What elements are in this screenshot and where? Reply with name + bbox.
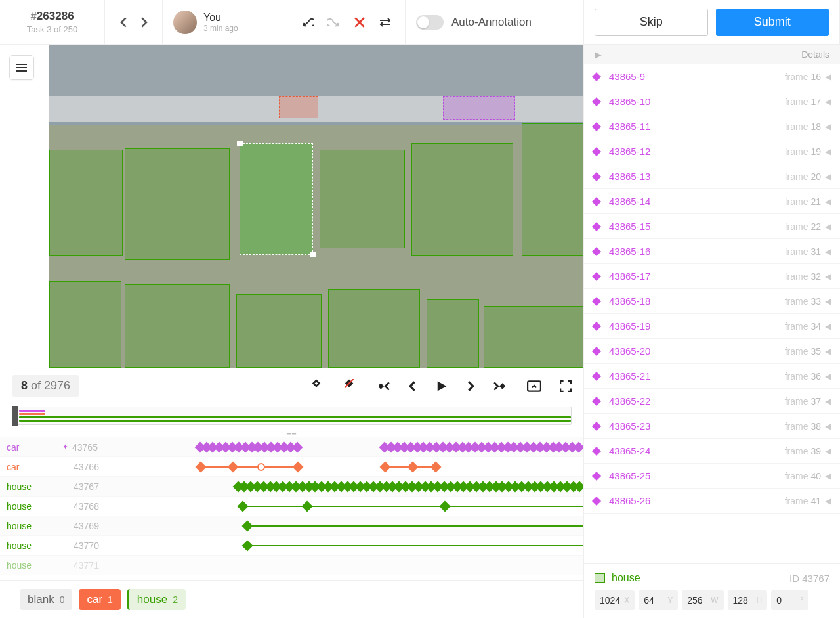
caret-left-icon[interactable]: ◀ [825,72,831,81]
caret-left-icon[interactable]: ◀ [825,272,831,281]
bbox-house[interactable] [236,294,322,368]
timeline-overview[interactable] [12,407,572,425]
bbox-house[interactable] [328,289,420,368]
caret-left-icon[interactable]: ◀ [825,422,831,431]
panel-resize-handle[interactable]: ━━ [0,430,583,437]
play-button[interactable] [435,380,448,393]
bbox-house[interactable] [484,306,583,368]
add-keyframe-button[interactable] [309,379,324,393]
region-item[interactable]: 43865-14frame 21◀ [584,189,840,214]
bbox-house[interactable] [427,299,479,368]
caret-left-icon[interactable]: ◀ [825,172,831,181]
caret-left-icon[interactable]: ◀ [825,147,831,156]
user-avatar[interactable] [173,11,197,34]
r-input[interactable]: 0° [771,590,808,610]
track-row[interactable]: house 43767 [0,477,583,497]
region-item[interactable]: 43865-24frame 39◀ [584,439,840,464]
track-lane[interactable]: p:17-38,57-100 [121,437,583,456]
caret-left-icon[interactable]: ◀ [825,97,831,106]
timeline-playhead[interactable] [12,406,18,426]
region-item[interactable]: 43865-18frame 33◀ [584,289,840,314]
region-item[interactable]: 43865-22frame 37◀ [584,389,840,414]
caret-left-icon[interactable]: ◀ [825,372,831,381]
chip-house[interactable]: house2 [127,589,186,610]
expand-icon[interactable]: ▶ [595,49,602,60]
caret-left-icon[interactable]: ◀ [825,247,831,256]
selection-label: house [612,572,783,584]
region-item[interactable]: 43865-16frame 31◀ [584,239,840,264]
region-item[interactable]: 43865-11frame 18◀ [584,114,840,139]
submit-button[interactable]: Submit [716,9,829,36]
caret-left-icon[interactable]: ◀ [825,347,831,356]
region-item[interactable]: 43865-25frame 40◀ [584,464,840,489]
next-task-button[interactable] [140,17,148,28]
last-frame-button[interactable] [493,381,505,391]
frame-counter[interactable]: 8 of 2976 [12,375,79,397]
caret-left-icon[interactable]: ◀ [825,447,831,456]
w-input[interactable]: 256W [682,590,723,610]
track-lane[interactable] [123,516,583,535]
region-item[interactable]: 43865-17frame 32◀ [584,264,840,289]
track-lane[interactable] [123,497,583,516]
prev-task-button[interactable] [120,17,128,28]
track-row[interactable]: car ✦ 43765 p:17-38,57-100 [0,437,583,457]
caret-left-icon[interactable]: ◀ [825,122,831,131]
caret-left-icon[interactable]: ◀ [825,297,831,306]
bbox-car-1[interactable] [279,96,318,118]
menu-button[interactable] [9,55,34,80]
caret-left-icon[interactable]: ◀ [825,222,831,231]
track-row[interactable]: house 43770 [0,536,583,556]
annotation-canvas[interactable] [0,45,583,368]
region-item[interactable]: 43865-13frame 20◀ [584,164,840,189]
undo-button[interactable] [301,16,314,29]
region-item[interactable]: 43865-10frame 17◀ [584,89,840,114]
bbox-house[interactable] [125,148,230,260]
region-item[interactable]: 43865-21frame 36◀ [584,364,840,389]
track-row[interactable]: house 43769 [0,516,583,536]
bbox-house[interactable] [522,123,583,256]
delete-button[interactable] [354,16,366,28]
region-item[interactable]: 43865-12frame 19◀ [584,139,840,164]
bbox-house[interactable] [49,150,123,256]
region-item[interactable]: 43865-20frame 35◀ [584,339,840,364]
bbox-house[interactable] [125,284,230,368]
chip-car[interactable]: car1 [79,589,120,610]
fullscreen-button[interactable] [560,380,572,392]
track-row[interactable]: house 43768 [0,497,583,516]
prev-frame-button[interactable] [409,381,417,391]
h-input[interactable]: 128H [728,590,768,610]
track-row[interactable]: house 43771 [0,556,583,575]
chip-blank[interactable]: blank0 [20,589,72,610]
bbox-house[interactable] [49,281,121,368]
region-item[interactable]: 43865-9frame 16◀ [584,64,840,89]
swap-button[interactable] [379,16,392,28]
track-lane[interactable] [123,457,583,476]
region-item[interactable]: 43865-23frame 38◀ [584,414,840,439]
track-lane[interactable] [123,536,583,555]
next-frame-button[interactable] [467,381,474,391]
region-item[interactable]: 43865-19frame 34◀ [584,314,840,339]
auto-annotation-toggle[interactable] [416,15,444,30]
region-frame: frame 17 [785,97,821,107]
caret-left-icon[interactable]: ◀ [825,322,831,331]
y-input[interactable]: 64Y [639,590,678,610]
x-input[interactable]: 1024X [595,590,635,610]
bbox-house[interactable] [411,143,513,256]
redo-button[interactable] [327,16,341,29]
caret-left-icon[interactable]: ◀ [825,397,831,406]
first-frame-button[interactable] [379,381,390,391]
collapse-panel-button[interactable] [527,380,541,392]
caret-left-icon[interactable]: ◀ [825,472,831,481]
bbox-house-selected[interactable] [240,143,313,255]
bbox-car-2[interactable] [443,96,515,120]
track-lane[interactable] [123,477,583,496]
skip-button[interactable]: Skip [595,9,708,36]
bbox-house[interactable] [320,150,405,248]
remove-keyframe-button[interactable] [342,379,356,393]
caret-left-icon[interactable]: ◀ [825,197,831,206]
caret-left-icon[interactable]: ◀ [825,497,831,506]
details-header[interactable]: ▶ Details [584,45,840,64]
region-item[interactable]: 43865-15frame 22◀ [584,214,840,239]
region-item[interactable]: 43865-26frame 41◀ [584,489,840,514]
track-row[interactable]: car 43766 [0,457,583,477]
